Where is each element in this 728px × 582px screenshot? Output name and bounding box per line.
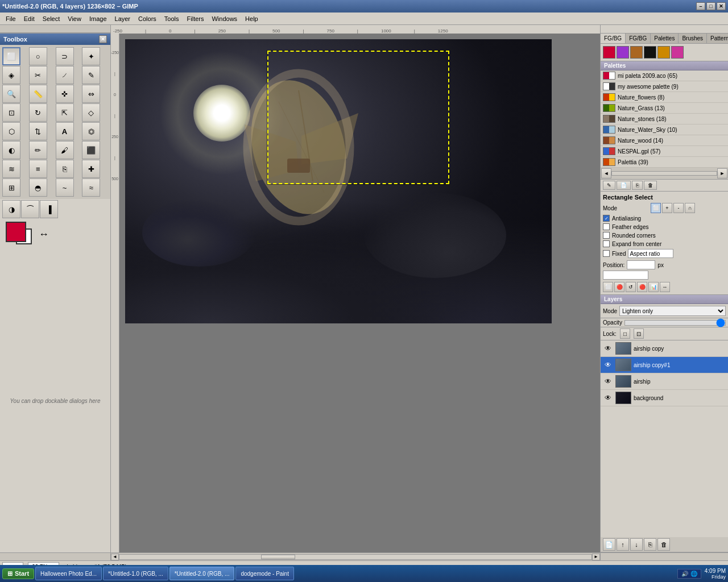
tool-flip[interactable]: ⇅	[29, 122, 47, 140]
tool-scissors[interactable]: ✂	[29, 66, 47, 84]
position-x-input[interactable]	[627, 260, 655, 269]
palette-item-8[interactable]: Palettia (39)	[601, 157, 728, 168]
tool-airbrush[interactable]: ≋	[2, 160, 20, 178]
lock-pixels-btn[interactable]: ⊡	[634, 329, 644, 339]
palette-item-3[interactable]: Nature_Grass (13)	[601, 103, 728, 114]
menu-filters[interactable]: Filters	[184, 14, 208, 23]
tool-paintbrush[interactable]: 🖌	[56, 141, 74, 159]
palette-new-btn[interactable]: 📄	[617, 181, 631, 190]
btn-extra-3[interactable]: ↺	[626, 282, 636, 292]
menu-image[interactable]: Image	[86, 14, 110, 23]
swatch-3[interactable]	[644, 46, 656, 59]
btn-extra-1[interactable]: ⬜	[603, 282, 613, 292]
opacity-slider[interactable]	[624, 320, 726, 326]
tab-palettes[interactable]: Palettes	[651, 34, 679, 43]
taskbar-item-3[interactable]: dodgemode - Paint	[235, 567, 294, 580]
palette-item-2[interactable]: Nature_flowers (8)	[601, 92, 728, 103]
scrollbar-thumb[interactable]	[261, 555, 295, 559]
tool-fuzzy-select[interactable]: ✦	[82, 47, 100, 65]
swatch-0[interactable]	[603, 46, 615, 59]
tool-shear[interactable]: ◇	[82, 103, 100, 122]
palette-item-6[interactable]: Nature_wood (14)	[601, 135, 728, 146]
tool-color-balance[interactable]: ◑	[2, 200, 20, 218]
mode-new[interactable]: ⬜	[651, 203, 661, 213]
layers-new-btn[interactable]: 📄	[603, 538, 615, 551]
layers-delete-btn[interactable]: 🗑	[657, 538, 670, 551]
close-button[interactable]: ✕	[717, 2, 726, 10]
swatch-1[interactable]	[617, 46, 629, 59]
scroll-left-btn[interactable]: ◄	[601, 168, 611, 178]
tool-heal[interactable]: ✚	[82, 160, 100, 178]
tool-convolve[interactable]: ≈	[82, 178, 100, 197]
horizontal-scrollbar[interactable]: ◄ ►	[111, 553, 600, 560]
palette-item-7[interactable]: NESPAL.gpl (57)	[601, 146, 728, 157]
btn-extra-2[interactable]: 🔴	[614, 282, 624, 292]
layer-item-3[interactable]: 👁 background	[601, 390, 728, 406]
rounded-checkbox[interactable]	[603, 232, 610, 239]
tool-crop[interactable]: ⊡	[2, 103, 20, 122]
tool-blend[interactable]: ◐	[2, 141, 20, 159]
palette-item-1[interactable]: my awesome palette (9)	[601, 81, 728, 92]
tool-ink[interactable]: ≡	[29, 160, 47, 178]
swatch-5[interactable]	[671, 46, 684, 59]
layer-item-1[interactable]: 👁 airship copy#1	[601, 357, 728, 373]
image-canvas[interactable]	[125, 39, 552, 323]
layers-lower-btn[interactable]: ↓	[630, 538, 643, 551]
layer-eye-3[interactable]: 👁	[603, 393, 613, 403]
mode-subtract[interactable]: -	[673, 203, 684, 213]
scroll-right-btn[interactable]: ►	[717, 168, 727, 178]
tool-perspective-clone[interactable]: ⊞	[2, 178, 20, 197]
fixed-input[interactable]	[628, 249, 673, 258]
scroll-left-arrow[interactable]: ◄	[111, 554, 119, 560]
tab-brushes[interactable]: Brushes	[679, 34, 707, 43]
tool-dodge-burn[interactable]: ◓	[29, 178, 47, 197]
minimize-button[interactable]: –	[696, 2, 705, 10]
taskbar-item-0[interactable]: Halloween Photo Ed...	[35, 567, 102, 580]
swap-colors-icon[interactable]: ↔	[39, 228, 49, 240]
layer-eye-1[interactable]: 👁	[603, 360, 613, 370]
toolbox-close-button[interactable]: ✕	[99, 35, 107, 43]
tool-align[interactable]: ⇔	[82, 85, 100, 103]
feather-checkbox[interactable]	[603, 223, 610, 230]
btn-extra-4[interactable]: 🔴	[637, 282, 647, 292]
layer-item-0[interactable]: 👁 airship copy	[601, 340, 728, 357]
menu-layer[interactable]: Layer	[111, 14, 134, 23]
tool-ellipse-select[interactable]: ○	[29, 47, 47, 65]
lock-alpha-btn[interactable]: □	[620, 329, 630, 339]
menu-tools[interactable]: Tools	[161, 14, 183, 23]
antialias-checkbox[interactable]: ✓	[603, 215, 610, 222]
fixed-checkbox[interactable]	[603, 250, 610, 257]
menu-help[interactable]: Help	[242, 14, 262, 23]
menu-edit[interactable]: Edit	[20, 14, 38, 23]
tool-rotate[interactable]: ↻	[29, 103, 47, 122]
layers-mode-select[interactable]: Lighten only Normal Multiply Screen	[619, 306, 726, 316]
tool-smudge[interactable]: ~	[56, 178, 74, 197]
tab-fg-bg-1[interactable]: FG/BG	[601, 34, 626, 43]
mode-add[interactable]: +	[662, 203, 672, 213]
foreground-color[interactable]	[6, 222, 26, 242]
layer-eye-2[interactable]: 👁	[603, 376, 613, 386]
menu-file[interactable]: File	[2, 14, 19, 23]
tab-fg-bg-2[interactable]: FG/BG	[626, 34, 651, 43]
layers-raise-btn[interactable]: ↑	[617, 538, 629, 551]
tool-paths[interactable]: ⟋	[56, 66, 74, 84]
menu-select[interactable]: Select	[39, 14, 64, 23]
layers-duplicate-btn[interactable]: ⎘	[644, 538, 656, 551]
tool-zoom[interactable]: 🔍	[2, 85, 20, 103]
taskbar-item-1[interactable]: *Untitled-1.0 (RGB, ...	[103, 567, 168, 580]
palette-duplicate-btn[interactable]: ⎘	[632, 181, 643, 190]
menu-windows[interactable]: Windows	[208, 14, 241, 23]
tool-move[interactable]: ✜	[56, 85, 74, 103]
maximize-button[interactable]: □	[706, 2, 715, 10]
scroll-right-arrow[interactable]: ►	[592, 554, 600, 560]
tool-bucket-fill[interactable]: ⏣	[82, 122, 100, 140]
mode-intersect[interactable]: ∩	[685, 203, 695, 213]
palette-item-0[interactable]: mi paleta 2009.aco (65)	[601, 70, 728, 81]
layer-eye-0[interactable]: 👁	[603, 343, 613, 354]
current-input[interactable]: Current	[603, 271, 648, 280]
menu-colors[interactable]: Colors	[135, 14, 160, 23]
tool-perspective[interactable]: ⬡	[2, 122, 20, 140]
taskbar-item-2[interactable]: *Untitled-2.0 (RGB, ...	[169, 567, 235, 580]
tool-by-color[interactable]: ◈	[2, 66, 20, 84]
menu-view[interactable]: View	[64, 14, 85, 23]
